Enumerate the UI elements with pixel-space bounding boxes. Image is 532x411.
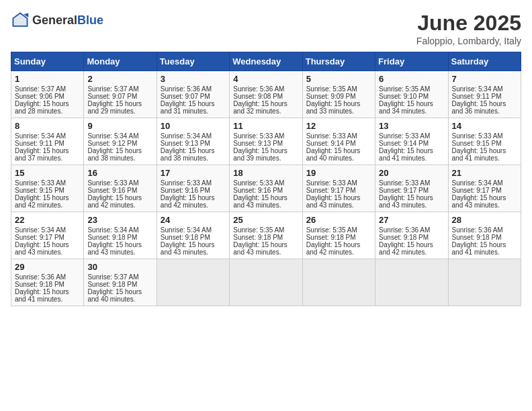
sunset-text: Sunset: 9:18 PM [452, 234, 502, 241]
week-row-5: 29 Sunrise: 5:36 AM Sunset: 9:18 PM Dayl… [11, 259, 521, 306]
calendar-subtitle: Faloppio, Lombardy, Italy [416, 36, 521, 46]
day-number: 16 [87, 168, 152, 178]
calendar-cell: 26 Sunrise: 5:35 AM Sunset: 9:18 PM Dayl… [302, 212, 375, 259]
sunrise-text: Sunrise: 5:35 AM [306, 85, 357, 93]
calendar-cell: 2 Sunrise: 5:37 AM Sunset: 9:07 PM Dayli… [84, 71, 157, 118]
calendar-cell: 16 Sunrise: 5:33 AM Sunset: 9:16 PM Dayl… [84, 165, 157, 212]
daylight-text: Daylight: 15 hours and 43 minutes. [306, 194, 361, 209]
day-number: 7 [452, 74, 517, 84]
calendar-cell: 24 Sunrise: 5:34 AM Sunset: 9:18 PM Dayl… [157, 212, 229, 259]
calendar-cell: 21 Sunrise: 5:34 AM Sunset: 9:17 PM Dayl… [448, 165, 521, 212]
daylight-text: Daylight: 15 hours and 40 minutes. [87, 288, 142, 303]
calendar-cell: 3 Sunrise: 5:36 AM Sunset: 9:07 PM Dayli… [157, 71, 229, 118]
logo: GeneralBlue [11, 11, 103, 30]
sunset-text: Sunset: 9:18 PM [161, 234, 210, 241]
day-number: 26 [306, 215, 371, 225]
sunrise-text: Sunrise: 5:36 AM [233, 85, 284, 93]
sunset-text: Sunset: 9:14 PM [306, 140, 356, 147]
daylight-text: Daylight: 15 hours and 41 minutes. [15, 288, 69, 303]
sunrise-text: Sunrise: 5:35 AM [233, 226, 284, 234]
calendar-cell: 5 Sunrise: 5:35 AM Sunset: 9:09 PM Dayli… [302, 71, 375, 118]
sunrise-text: Sunrise: 5:34 AM [87, 132, 138, 140]
daylight-text: Daylight: 15 hours and 43 minutes. [87, 241, 142, 256]
sunrise-text: Sunrise: 5:33 AM [233, 132, 284, 140]
daylight-text: Daylight: 15 hours and 41 minutes. [452, 241, 506, 256]
sunset-text: Sunset: 9:11 PM [452, 93, 502, 100]
sunrise-text: Sunrise: 5:33 AM [306, 179, 357, 187]
calendar-cell: 12 Sunrise: 5:33 AM Sunset: 9:14 PM Dayl… [302, 118, 375, 165]
calendar-cell: 11 Sunrise: 5:33 AM Sunset: 9:13 PM Dayl… [230, 118, 302, 165]
day-number: 6 [379, 74, 444, 84]
sunset-text: Sunset: 9:12 PM [87, 140, 137, 147]
header-cell-wednesday: Wednesday [230, 52, 302, 71]
sunrise-text: Sunrise: 5:33 AM [306, 132, 357, 140]
calendar-cell: 22 Sunrise: 5:34 AM Sunset: 9:17 PM Dayl… [11, 212, 84, 259]
day-number: 18 [233, 168, 298, 178]
generalblue-icon [11, 11, 30, 30]
sunrise-text: Sunrise: 5:34 AM [87, 226, 138, 234]
daylight-text: Daylight: 15 hours and 40 minutes. [306, 147, 361, 162]
calendar-body: 1 Sunrise: 5:37 AM Sunset: 9:06 PM Dayli… [11, 71, 521, 306]
calendar-cell: 25 Sunrise: 5:35 AM Sunset: 9:18 PM Dayl… [230, 212, 302, 259]
day-number: 20 [379, 168, 444, 178]
calendar-cell: 28 Sunrise: 5:36 AM Sunset: 9:18 PM Dayl… [448, 212, 521, 259]
sunset-text: Sunset: 9:11 PM [15, 140, 64, 147]
week-row-1: 1 Sunrise: 5:37 AM Sunset: 9:06 PM Dayli… [11, 71, 521, 118]
calendar-cell [375, 259, 448, 306]
calendar-cell: 17 Sunrise: 5:33 AM Sunset: 9:16 PM Dayl… [157, 165, 229, 212]
calendar-cell: 1 Sunrise: 5:37 AM Sunset: 9:06 PM Dayli… [11, 71, 84, 118]
daylight-text: Daylight: 15 hours and 31 minutes. [161, 100, 215, 115]
day-number: 4 [233, 74, 298, 84]
calendar-cell: 29 Sunrise: 5:36 AM Sunset: 9:18 PM Dayl… [11, 259, 84, 306]
sunset-text: Sunset: 9:13 PM [161, 140, 210, 147]
title-area: June 2025 Faloppio, Lombardy, Italy [416, 11, 521, 46]
sunrise-text: Sunrise: 5:35 AM [379, 85, 430, 93]
calendar-cell: 20 Sunrise: 5:33 AM Sunset: 9:17 PM Dayl… [375, 165, 448, 212]
daylight-text: Daylight: 15 hours and 43 minutes. [233, 194, 287, 209]
header-cell-thursday: Thursday [302, 52, 375, 71]
calendar-cell: 23 Sunrise: 5:34 AM Sunset: 9:18 PM Dayl… [84, 212, 157, 259]
day-number: 30 [87, 262, 152, 272]
sunset-text: Sunset: 9:16 PM [87, 187, 137, 194]
day-number: 10 [161, 121, 226, 131]
header-row: SundayMondayTuesdayWednesdayThursdayFrid… [11, 52, 521, 71]
day-number: 14 [452, 121, 517, 131]
calendar-cell: 27 Sunrise: 5:36 AM Sunset: 9:18 PM Dayl… [375, 212, 448, 259]
calendar-cell [230, 259, 302, 306]
day-number: 23 [87, 215, 152, 225]
sunset-text: Sunset: 9:14 PM [379, 140, 429, 147]
daylight-text: Daylight: 15 hours and 42 minutes. [15, 194, 69, 209]
week-row-3: 15 Sunrise: 5:33 AM Sunset: 9:15 PM Dayl… [11, 165, 521, 212]
daylight-text: Daylight: 15 hours and 43 minutes. [452, 194, 506, 209]
sunrise-text: Sunrise: 5:34 AM [161, 226, 212, 234]
daylight-text: Daylight: 15 hours and 38 minutes. [161, 147, 215, 162]
day-number: 24 [161, 215, 226, 225]
sunset-text: Sunset: 9:16 PM [161, 187, 210, 194]
sunset-text: Sunset: 9:09 PM [306, 93, 356, 100]
sunset-text: Sunset: 9:18 PM [306, 234, 356, 241]
day-number: 21 [452, 168, 517, 178]
week-row-2: 8 Sunrise: 5:34 AM Sunset: 9:11 PM Dayli… [11, 118, 521, 165]
day-number: 5 [306, 74, 371, 84]
sunset-text: Sunset: 9:17 PM [15, 234, 64, 241]
sunset-text: Sunset: 9:10 PM [379, 93, 429, 100]
sunrise-text: Sunrise: 5:34 AM [452, 179, 503, 187]
day-number: 3 [161, 74, 226, 84]
header: GeneralBlue June 2025 Faloppio, Lombardy… [11, 11, 521, 46]
week-row-4: 22 Sunrise: 5:34 AM Sunset: 9:17 PM Dayl… [11, 212, 521, 259]
sunset-text: Sunset: 9:15 PM [15, 187, 64, 194]
calendar-cell: 30 Sunrise: 5:37 AM Sunset: 9:18 PM Dayl… [84, 259, 157, 306]
header-cell-saturday: Saturday [448, 52, 521, 71]
calendar-title: June 2025 [416, 11, 521, 36]
sunset-text: Sunset: 9:08 PM [233, 93, 283, 100]
daylight-text: Daylight: 15 hours and 29 minutes. [87, 100, 142, 115]
calendar-header: SundayMondayTuesdayWednesdayThursdayFrid… [11, 52, 521, 71]
calendar-cell: 14 Sunrise: 5:33 AM Sunset: 9:15 PM Dayl… [448, 118, 521, 165]
daylight-text: Daylight: 15 hours and 39 minutes. [233, 147, 287, 162]
sunset-text: Sunset: 9:18 PM [379, 234, 429, 241]
sunrise-text: Sunrise: 5:34 AM [15, 226, 66, 234]
calendar-cell [448, 259, 521, 306]
day-number: 2 [87, 74, 152, 84]
daylight-text: Daylight: 15 hours and 43 minutes. [379, 194, 433, 209]
day-number: 15 [15, 168, 80, 178]
